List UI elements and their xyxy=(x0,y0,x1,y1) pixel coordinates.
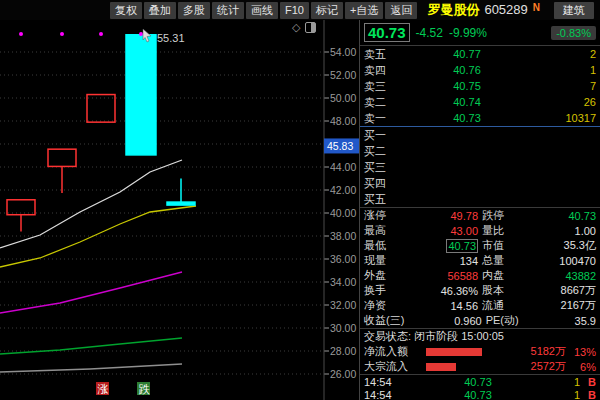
marker-dot xyxy=(99,32,103,36)
candle-body xyxy=(126,35,156,155)
stat-label: 净资 xyxy=(364,298,386,313)
toolbar-button-mark[interactable]: 标记 xyxy=(311,2,343,19)
stat-value: 8667万 xyxy=(508,283,596,298)
ask-label: 卖五 xyxy=(364,47,400,62)
stat-value-boxed: 40.73 xyxy=(446,239,478,253)
stat-row: 现量134总量100470 xyxy=(360,253,600,268)
toolbar-button-multi-stock[interactable]: 多股 xyxy=(178,2,210,19)
stat-row: 收益(三)0.960PE(动)35.9 xyxy=(360,313,600,328)
bid-row-1[interactable]: 买一 xyxy=(360,127,600,143)
bid-row-2[interactable]: 买二 xyxy=(360,143,600,159)
quote-summary-row: 40.73 -4.52 -9.99% -0.83% xyxy=(360,20,600,46)
stat-label: 流通 xyxy=(482,298,504,313)
stat-label: 外盘 xyxy=(364,268,386,283)
stat-value: 14.56 xyxy=(390,300,478,312)
axis-label: 26.00 xyxy=(330,368,356,380)
candle-body xyxy=(7,200,35,215)
flow-bar-track xyxy=(426,363,520,371)
stat-label: 收益(三) xyxy=(364,313,404,328)
kline-chart-area[interactable]: 54.0052.0050.0048.0044.0042.0040.0038.00… xyxy=(0,20,359,400)
bid-row-4[interactable]: 买四 xyxy=(360,175,600,191)
tick-side: B xyxy=(580,376,596,388)
axis-label: 50.00 xyxy=(330,92,356,104)
stat-label: 最低 xyxy=(364,238,386,253)
stat-row: 换手46.36%股本8667万 xyxy=(360,283,600,298)
flow-value: 2572万 xyxy=(520,359,566,374)
stat-label: 最高 xyxy=(364,223,386,238)
stock-name: 罗曼股份 xyxy=(427,1,479,19)
stat-label: 跌停 xyxy=(482,208,504,223)
ma-magenta-line xyxy=(0,272,182,313)
ask-row-1[interactable]: 卖一40.7310317 xyxy=(360,110,600,126)
tick-volume: 1 xyxy=(546,389,580,400)
bid-label: 买五 xyxy=(364,192,400,207)
stat-row: 最高43.00量比1.00 xyxy=(360,223,600,238)
ask-row-5[interactable]: 卖五40.772 xyxy=(360,46,600,62)
flow-value: 5182万 xyxy=(520,344,566,359)
flow-bar xyxy=(426,348,482,356)
stat-label: 现量 xyxy=(364,253,386,268)
index-change-badge[interactable]: -0.83% xyxy=(551,26,596,40)
ask-label: 卖三 xyxy=(364,79,400,94)
bid-row-3[interactable]: 买三 xyxy=(360,159,600,175)
axis-label: 48.00 xyxy=(330,115,356,127)
ask-label: 卖四 xyxy=(364,63,400,78)
toolbar-buttons: 复权叠加多股统计画线F10标记+自选返回 xyxy=(110,2,417,19)
ask-row-2[interactable]: 卖二40.7426 xyxy=(360,94,600,110)
ask-volume: 2 xyxy=(534,48,596,60)
toolbar-button-statistics[interactable]: 统计 xyxy=(212,2,244,19)
stat-value: 40.73 xyxy=(508,210,596,222)
ask-row-4[interactable]: 卖四40.761 xyxy=(360,62,600,78)
ma-gray-line xyxy=(0,364,182,372)
axis-label: 30.00 xyxy=(330,322,356,334)
axis-label: 54.00 xyxy=(330,46,356,58)
stat-value: 46.36% xyxy=(390,285,478,297)
diamond-icon[interactable]: ◇ xyxy=(292,22,300,33)
bid-row-5[interactable]: 买五 xyxy=(360,191,600,207)
kline-chart-svg[interactable]: 54.0052.0050.0048.0044.0042.0040.0038.00… xyxy=(0,20,359,400)
ask-price: 40.74 xyxy=(400,96,534,108)
trading-app-window: 复权叠加多股统计画线F10标记+自选返回 罗曼股份 605289 N 建筑 54… xyxy=(0,0,600,400)
high-price-marker: 55.31 xyxy=(157,32,185,44)
axis-label: 32.00 xyxy=(330,299,356,311)
ask-row-3[interactable]: 卖三40.757 xyxy=(360,78,600,94)
flow-label: 大宗流入 xyxy=(364,359,426,374)
stat-value: 100470 xyxy=(508,255,596,267)
axis-label: 28.00 xyxy=(330,345,356,357)
axis-label: 40.00 xyxy=(330,207,356,219)
toolbar-button-add-watchlist[interactable]: +自选 xyxy=(345,2,383,19)
ask-price: 40.75 xyxy=(400,80,534,92)
tick-row: 14:5440.731B xyxy=(360,388,600,400)
stat-value: 49.78 xyxy=(390,210,478,222)
stock-identity: 罗曼股份 605289 N xyxy=(427,1,540,19)
toolbar-button-back[interactable]: 返回 xyxy=(385,2,417,19)
stat-value: 2167万 xyxy=(508,298,596,313)
flow-percent: 13% xyxy=(566,346,596,358)
toolbar-button-draw-line[interactable]: 画线 xyxy=(246,2,278,19)
money-flow-section: 净流入额5182万13%大宗流入2572万6% xyxy=(360,344,600,374)
axis-label: 44.00 xyxy=(330,161,356,173)
stat-label: PE(动) xyxy=(486,313,519,328)
ma-green-line xyxy=(0,338,182,354)
toolbar-button-f10[interactable]: F10 xyxy=(280,2,309,19)
flow-row: 净流入额5182万13% xyxy=(360,344,600,359)
ask-price: 40.77 xyxy=(400,48,534,60)
marker-dot xyxy=(19,32,23,36)
marker-dot xyxy=(60,32,64,36)
layout-icon[interactable] xyxy=(305,22,316,33)
legend-badge-label: 涨 xyxy=(98,383,109,395)
axis-label: 34.00 xyxy=(330,276,356,288)
order-book: 卖五40.772卖四40.761卖三40.757卖二40.7426卖一40.73… xyxy=(360,46,600,207)
industry-badge[interactable]: 建筑 xyxy=(554,2,594,19)
bid-label: 买三 xyxy=(364,160,400,175)
stat-label: 涨停 xyxy=(364,208,386,223)
stat-label: 总量 xyxy=(482,253,504,268)
tick-volume: 1 xyxy=(546,376,580,388)
last-price: 40.73 xyxy=(364,23,410,42)
stat-label: 股本 xyxy=(482,283,504,298)
ask-volume: 26 xyxy=(534,96,596,108)
ask-volume: 1 xyxy=(534,64,596,76)
new-stock-tag: N xyxy=(533,2,540,13)
toolbar-button-overlay[interactable]: 叠加 xyxy=(144,2,176,19)
toolbar-button-adjust-price[interactable]: 复权 xyxy=(110,2,142,19)
